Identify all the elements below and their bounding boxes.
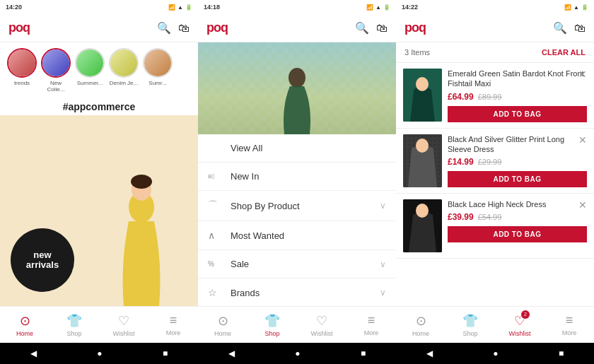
clear-all-button[interactable]: CLEAR ALL	[542, 48, 586, 57]
menu-shop-by-product[interactable]: ⌒ Shop By Product ∨	[198, 191, 396, 221]
nav-home-2[interactable]: ⊙ Home	[198, 313, 248, 337]
bag-icon-3[interactable]: 🛍	[574, 22, 586, 35]
sale-icon: %	[208, 260, 225, 268]
product-info-2: Black Lace High Neck Dress £39.99 £54.99…	[448, 199, 587, 242]
hero-text-arrivals: arrivals	[26, 260, 59, 270]
bag-icon-2[interactable]: 🛍	[376, 22, 388, 35]
menu-brands[interactable]: ☆ Brands ∨	[198, 278, 396, 306]
bag-count: 3 Items	[404, 48, 430, 57]
product-thumb-2	[403, 199, 442, 252]
sale-price-1: £14.99	[448, 157, 474, 167]
product-thumb-0	[403, 69, 442, 122]
nav-wishlist-badge: ♡ 2	[514, 313, 525, 329]
menu-view-all[interactable]: View All	[198, 134, 396, 163]
remove-btn-1[interactable]: ✕	[578, 134, 587, 146]
orig-price-2: £54.99	[478, 213, 502, 221]
svg-point-7	[289, 68, 305, 88]
nav-home-3[interactable]: ⊙ Home	[396, 313, 446, 337]
bag-icon-1[interactable]: 🛍	[178, 22, 190, 35]
android-bar-1: ◀ ● ■	[0, 343, 198, 364]
status-icons-1: 📶 ▲ 🔋	[168, 4, 192, 11]
svg-point-2	[131, 175, 152, 189]
search-icon-3[interactable]: 🔍	[553, 21, 567, 35]
android-bar-3: ◀ ● ■	[396, 343, 594, 364]
bottom-nav-1: ⊙ Home 👕 Shop ♡ Wishlist ≡ More	[0, 306, 198, 343]
home-btn-3[interactable]: ●	[493, 348, 498, 358]
add-to-bag-btn-2[interactable]: ADD TO BAG	[448, 226, 587, 242]
recent-btn-1[interactable]: ■	[163, 348, 168, 358]
price-row-1: £14.99 £29.99	[448, 157, 587, 167]
product-item-0: Emerald Green Satin Bardot Knot Front Fi…	[396, 63, 594, 129]
nav-home-1[interactable]: ⊙ Home	[0, 313, 50, 337]
hashtag: #appcommerce	[0, 98, 198, 115]
nav-wishlist-3[interactable]: ♡ 2 Wishlist	[495, 313, 544, 337]
nav-shop-label-2: Shop	[264, 330, 279, 337]
nav-more-label-3: More	[562, 329, 577, 336]
view-all-label: View All	[231, 143, 386, 153]
nav-shop-1[interactable]: 👕 Shop	[50, 313, 99, 337]
nav-shop-label-3: Shop	[462, 330, 477, 337]
wifi-icon: ▲	[177, 4, 183, 11]
nav-more-1[interactable]: ≡ More	[148, 313, 198, 336]
back-btn-3[interactable]: ◀	[426, 348, 433, 358]
svg-point-9	[416, 77, 429, 91]
nav-home-label-1: Home	[16, 330, 33, 337]
logo-2: poq	[206, 20, 228, 35]
shop-product-label: Shop By Product	[231, 201, 380, 211]
thumb-image-1	[403, 134, 442, 187]
most-wanted-icon: ∧	[208, 230, 225, 241]
menu-sale[interactable]: % Sale ∨	[198, 250, 396, 278]
hero-img-area	[198, 42, 396, 134]
home-btn-2[interactable]: ●	[295, 348, 300, 358]
header-icons-3: 🔍 🛍	[553, 21, 586, 35]
nav-shop-2[interactable]: 👕 Shop	[248, 313, 297, 337]
remove-btn-2[interactable]: ✕	[578, 199, 587, 211]
circle-label-4: Sumr...	[148, 80, 166, 86]
circle-item-summer[interactable]: Summer...	[75, 48, 105, 93]
menu-most-wanted[interactable]: ∧ Most Wanted	[198, 221, 396, 250]
thumb-image-0	[403, 69, 442, 122]
nav-wishlist-2[interactable]: ♡ Wishlist	[297, 313, 346, 337]
wifi-icon-2: ▲	[375, 4, 381, 11]
signal-icon-3: 📶	[564, 4, 571, 11]
nav-wishlist-1[interactable]: ♡ Wishlist	[99, 313, 148, 337]
price-row-2: £39.99 £54.99	[448, 212, 587, 222]
add-to-bag-btn-0[interactable]: ADD TO BAG	[448, 106, 587, 122]
back-btn-1[interactable]: ◀	[30, 348, 37, 358]
hero-text-block: new arrivals	[11, 228, 74, 292]
brands-icon: ☆	[208, 287, 225, 298]
home-icon-3: ⊙	[416, 313, 426, 329]
back-btn-2[interactable]: ◀	[228, 348, 235, 358]
nav-shop-3[interactable]: 👕 Shop	[446, 313, 495, 337]
nav-more-2[interactable]: ≡ More	[346, 313, 396, 336]
circle-item-new[interactable]: New Colle...	[41, 48, 71, 93]
home-btn-1[interactable]: ●	[97, 348, 102, 358]
nav-more-label-2: More	[364, 329, 379, 336]
circle-item-5[interactable]: Sumr...	[143, 48, 173, 93]
screen1-content: trends New Colle... Summer... Denim Je..…	[0, 42, 198, 306]
phone3: 14:22 📶 ▲ 🔋 poq 🔍 🛍 3 Items CLEAR ALL	[396, 0, 594, 364]
circle-item-denim[interactable]: Denim Je...	[109, 48, 139, 93]
app-header-3: poq 🔍 🛍	[396, 14, 594, 42]
signal-icon: 📶	[168, 4, 175, 11]
menu-new-in[interactable]: ≡⃝ New In	[198, 163, 396, 191]
header-icons-1: 🔍 🛍	[157, 21, 190, 35]
shop-icon-1: 👕	[66, 313, 82, 329]
product-item-1: Black And Silver Glitter Print Long Slee…	[396, 129, 594, 194]
circle-item-trends[interactable]: trends	[7, 48, 37, 93]
signal-icon-2: 📶	[366, 4, 373, 11]
add-to-bag-btn-1[interactable]: ADD TO BAG	[448, 171, 587, 187]
nav-shop-label-1: Shop	[66, 330, 81, 337]
nav-more-3[interactable]: ≡ More	[544, 313, 594, 336]
search-icon-2[interactable]: 🔍	[355, 21, 369, 35]
search-icon-1[interactable]: 🔍	[157, 21, 171, 35]
nav-more-label-1: More	[166, 329, 181, 336]
recent-btn-2[interactable]: ■	[361, 348, 366, 358]
shop-icon-3: 👕	[462, 313, 478, 329]
nav-list: View All ≡⃝ New In ⌒ Shop By Product ∨ ∧…	[198, 134, 396, 306]
logo-1: poq	[8, 20, 30, 35]
svg-point-13	[416, 139, 429, 153]
chevron-brands: ∨	[380, 288, 386, 298]
recent-btn-3[interactable]: ■	[559, 348, 564, 358]
remove-btn-0[interactable]: ✕	[578, 69, 587, 80]
